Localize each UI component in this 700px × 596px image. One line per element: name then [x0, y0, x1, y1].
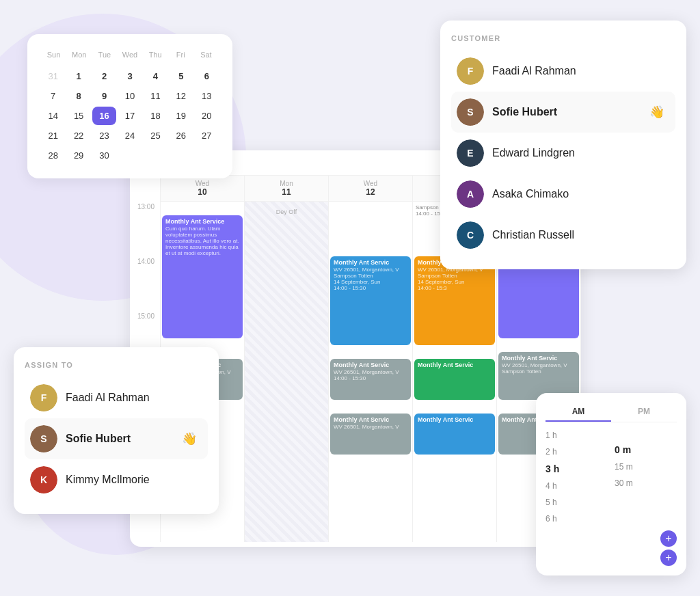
cal-cell[interactable]: 22	[66, 126, 90, 145]
cursor-icon-assign: 👋	[182, 431, 197, 446]
cal-cell[interactable]: 15	[66, 107, 90, 125]
cal-cell[interactable]: 19	[169, 107, 193, 125]
hour-5h[interactable]: 5 h	[546, 496, 608, 509]
avatar-christian: C	[457, 221, 484, 249]
cal-day-tue: Tue	[92, 48, 117, 62]
avatar-circle-christian: C	[457, 221, 484, 249]
customer-dropdown-label: CUSTOMER	[451, 34, 675, 42]
cal-cell[interactable]: 21	[41, 126, 65, 145]
avatar-circle: F	[457, 57, 484, 85]
hour-2h[interactable]: 2 h	[546, 446, 608, 458]
cal-cell[interactable]: 26	[169, 126, 193, 145]
cal-cell[interactable]: 20	[195, 107, 219, 125]
cal-cell[interactable]: 6	[195, 67, 219, 85]
avatar-circle-as: S	[30, 425, 57, 452]
cal-cell[interactable]: 4	[144, 67, 167, 85]
event-block[interactable]: Monthly Ant Service Cum quo harum. Ulam …	[162, 215, 243, 338]
customer-item-faadi[interactable]: F Faadi Al Rahman	[451, 51, 675, 92]
hour-1h[interactable]: 1 h	[546, 429, 608, 442]
cal-day-fri: Fri	[168, 48, 193, 62]
cal-cell[interactable]: 23	[92, 126, 116, 145]
customer-item-christian[interactable]: C Christian Russell	[451, 215, 675, 256]
min-0[interactable]: 0 m	[615, 443, 677, 457]
customer-name-sofie: Sofie Hubert	[492, 106, 557, 118]
time-picker-actions: + +	[546, 530, 677, 566]
cal-cell[interactable]: 30	[92, 146, 116, 165]
time-picker-header: AM PM	[546, 403, 677, 422]
cal-cell[interactable]: 3	[118, 67, 142, 85]
cal-cell[interactable]: 24	[118, 126, 142, 145]
cal-cell[interactable]: 12	[169, 87, 193, 105]
customer-dropdown: CUSTOMER F Faadi Al Rahman S Sofie Huber…	[440, 21, 686, 269]
hour-6h[interactable]: 6 h	[546, 513, 608, 525]
cal-cell[interactable]: 17	[118, 107, 142, 125]
cal-cell[interactable]: 5	[169, 67, 193, 85]
min-15[interactable]: 15 m	[615, 461, 677, 473]
day-off-label: Dey Off	[276, 208, 297, 215]
add-button-2[interactable]: +	[660, 550, 677, 566]
minutes-column: 0 m 15 m 30 m	[615, 429, 677, 525]
customer-name-faadi: Faadi Al Rahman	[492, 65, 576, 77]
cal-cell[interactable]: 7	[41, 87, 65, 105]
time-tab-am[interactable]: AM	[546, 403, 611, 422]
event-block-green[interactable]: Monthly Ant Servic	[414, 359, 495, 400]
customer-item-sofie[interactable]: S Sofie Hubert 👋	[451, 92, 675, 133]
cal-cell[interactable]: 28	[41, 146, 65, 165]
hour-3h[interactable]: 3 h	[546, 462, 608, 476]
event-block-gray2[interactable]: Monthly Ant Servic WV 26501, Morgantown,…	[330, 359, 411, 400]
cal-day-sat: Sat	[193, 48, 219, 62]
cal-cell	[169, 146, 193, 165]
time-slot: 13:00	[130, 203, 160, 258]
customer-item-edward[interactable]: E Edward Lindgren	[451, 133, 675, 174]
cursor-icon: 👋	[649, 105, 664, 120]
avatar-faadi: F	[457, 57, 484, 85]
cal-cell	[144, 146, 167, 165]
assign-name-kimmy: Kimmy McIlmorie	[66, 474, 150, 486]
add-button-1[interactable]: +	[660, 530, 677, 547]
min-empty2	[615, 436, 677, 439]
event-block-blue2[interactable]: Monthly Ant Servic	[414, 414, 495, 455]
min-30[interactable]: 30 m	[615, 477, 677, 489]
event-block-gray3[interactable]: Monthly Ant Servic WV 26501, Morgantown,…	[330, 414, 411, 455]
cal-cell[interactable]: 13	[195, 87, 219, 105]
cal-cell[interactable]: 29	[66, 146, 90, 165]
assign-item-faadi[interactable]: F Faadi Al Rahman	[25, 377, 208, 418]
cal-cell[interactable]: 14	[41, 107, 65, 125]
cal-cell[interactable]: 8	[66, 87, 90, 105]
assign-name-sofie: Sofie Hubert	[66, 433, 131, 445]
day-header-11: Mon 11	[245, 176, 328, 202]
avatar-circle-asaka: A	[457, 180, 484, 208]
cal-cell-today[interactable]: 16	[92, 107, 116, 125]
cal-cell[interactable]: 25	[144, 126, 167, 145]
assign-dropdown-label: ASSIGN TO	[25, 361, 208, 369]
cal-cell	[118, 146, 142, 165]
cal-cell[interactable]: 18	[144, 107, 167, 125]
event-block-orange[interactable]: Monthly Ant Servic WV 26501, Morgantown,…	[414, 256, 495, 345]
cal-cell[interactable]: 10	[118, 87, 142, 105]
cal-day-thu: Thu	[143, 48, 168, 62]
event-block-blue[interactable]: Monthly Ant Servic WV 26501, Morgantown,…	[330, 256, 411, 345]
avatar-circle-edward: E	[457, 139, 484, 167]
assign-item-kimmy[interactable]: K Kimmy McIlmorie	[25, 459, 208, 500]
hours-column: 1 h 2 h 3 h 4 h 5 h 6 h	[546, 429, 608, 525]
hour-4h[interactable]: 4 h	[546, 480, 608, 492]
time-picker: AM PM 1 h 2 h 3 h 4 h 5 h 6 h 0 m 15 m 3…	[536, 393, 686, 575]
cal-cell[interactable]: 9	[92, 87, 116, 105]
avatar-edward: E	[457, 139, 484, 167]
assign-item-sofie[interactable]: S Sofie Hubert 👋	[25, 418, 208, 459]
assign-dropdown: ASSIGN TO F Faadi Al Rahman S Sofie Hube…	[14, 347, 219, 514]
mini-calendar: Sun Mon Tue Wed Thu Fri Sat 31 1 2 3 4 5…	[27, 34, 232, 178]
avatar-assign-kimmy: K	[30, 466, 57, 493]
customer-name-edward: Edward Lindgren	[492, 147, 575, 159]
cal-cell[interactable]: 2	[92, 67, 116, 85]
cal-cell[interactable]: 1	[66, 67, 90, 85]
avatar-circle-ak: K	[30, 466, 57, 493]
avatar-assign-faadi: F	[30, 384, 57, 411]
cal-cell[interactable]: 11	[144, 87, 167, 105]
customer-item-asaka[interactable]: A Asaka Chimako	[451, 174, 675, 215]
cal-cell[interactable]: 31	[41, 67, 65, 85]
customer-name-asaka: Asaka Chimako	[492, 188, 569, 200]
min-empty1	[615, 429, 677, 432]
cal-cell[interactable]: 27	[195, 126, 219, 145]
time-tab-pm[interactable]: PM	[611, 403, 677, 422]
